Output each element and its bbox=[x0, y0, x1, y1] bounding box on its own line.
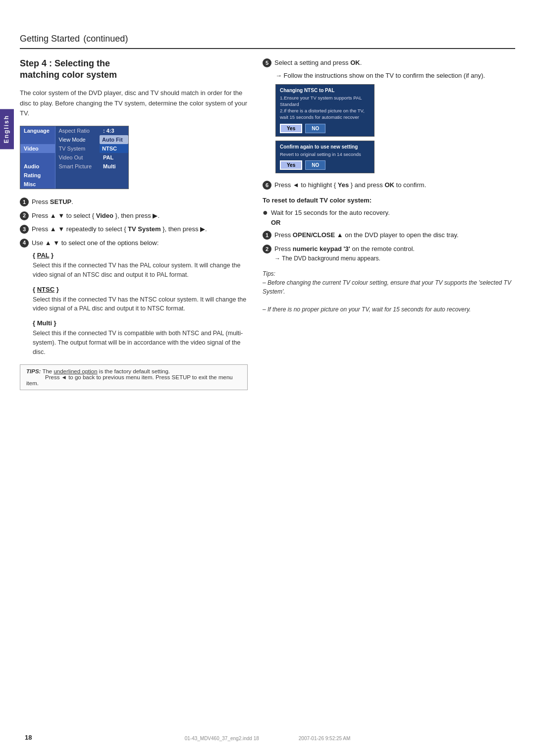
menu-left-language: Language bbox=[20, 126, 55, 135]
menu-value-smartpic: Multi bbox=[100, 162, 128, 171]
dialog1-no-button[interactable]: NO bbox=[305, 124, 325, 133]
step-3-circle: 3 bbox=[20, 225, 29, 234]
dialog1-yes-button[interactable]: Yes bbox=[280, 124, 302, 133]
dialog1-title: Changing NTSC to PAL bbox=[280, 88, 370, 93]
menu-row-4: Video Out PAL bbox=[20, 153, 128, 162]
dialog2-no-button[interactable]: NO bbox=[305, 160, 325, 170]
left-step-2: 2 Press ▲ ▼ to select { Video }, then pr… bbox=[20, 211, 248, 221]
pal-desc: Select this if the connected TV has the … bbox=[33, 261, 248, 280]
left-step-3: 3 Press ▲ ▼ repeatedly to select { TV Sy… bbox=[20, 224, 248, 234]
multi-option: { Multi } Select this if the connected T… bbox=[33, 319, 248, 356]
reset-step-1: 1 Press OPEN/CLOSE ▲ on the DVD player t… bbox=[263, 230, 515, 240]
reset-1-text: Press OPEN/CLOSE ▲ on the DVD player to … bbox=[274, 230, 515, 240]
tips-line2: Press ◄ to go back to previous menu item… bbox=[26, 374, 233, 386]
dialog1-line1: 1.Ensure your TV system supports PAL Sta… bbox=[280, 95, 362, 107]
menu-label-smartpic: Smart Picture bbox=[55, 162, 100, 171]
tips-italic-line3: – If there is no proper picture on your … bbox=[263, 306, 471, 313]
reset-1-circle: 1 bbox=[263, 231, 271, 240]
menu-label-empty1 bbox=[55, 171, 100, 180]
menu-value-viewmode: Auto Fit bbox=[100, 135, 128, 144]
tips-box: TIPS: The underlined option is the facto… bbox=[20, 364, 248, 390]
left-step-1: 1 Press SETUP. bbox=[20, 197, 248, 207]
menu-value-empty2 bbox=[100, 180, 128, 189]
step-5-circle: 5 bbox=[263, 58, 271, 67]
step-6-text: Press ◄ to highlight { Yes } and press O… bbox=[274, 180, 515, 190]
ntsc-desc: Select this if the connected TV has the … bbox=[33, 295, 248, 314]
step-4-circle: 4 bbox=[20, 239, 29, 248]
tips-italic-label: Tips: bbox=[263, 270, 275, 277]
side-tab-label: English bbox=[3, 115, 10, 143]
menu-value-tvsystem: NTSC bbox=[100, 144, 128, 153]
pal-title: { PAL } bbox=[33, 252, 248, 259]
menu-label-aspect: Aspect Ratio bbox=[55, 126, 100, 135]
menu-label-empty2 bbox=[55, 180, 100, 189]
reset-2-text: Press numeric keypad '3' on the remote c… bbox=[274, 244, 515, 263]
step-1-text: Press SETUP. bbox=[32, 197, 248, 207]
ntsc-title: { NTSC } bbox=[33, 286, 248, 293]
menu-table: Language Aspect Ratio : 4:3 View Mode Au… bbox=[20, 126, 128, 189]
pal-label: PAL bbox=[37, 252, 50, 259]
ntsc-option: { NTSC } Select this if the connected TV… bbox=[33, 286, 248, 314]
step-2-circle: 2 bbox=[20, 211, 29, 220]
reset-bullet-wait: ● Wait for 15 seconds for the auto recov… bbox=[263, 208, 515, 227]
step-6-circle: 6 bbox=[263, 181, 271, 190]
dialog-box-1: Changing NTSC to PAL 1.Ensure your TV sy… bbox=[275, 84, 374, 137]
menu-label-videoout: Video Out bbox=[55, 153, 100, 162]
main-content: Getting Started (continued) Step 4 : Sel… bbox=[20, 0, 515, 410]
step-4-text: Use ▲ ▼ to select one of the options bel… bbox=[32, 238, 248, 248]
tips-italic-line2: – Before changing the current TV colour … bbox=[263, 279, 511, 295]
step-2-text: Press ▲ ▼ to select { Video }, then pres… bbox=[32, 211, 248, 221]
tips-italic: Tips: – Before changing the current TV c… bbox=[263, 269, 515, 314]
dialog2-title: Confirm again to use new setting bbox=[280, 144, 370, 150]
menu-left-audio: Audio bbox=[20, 162, 55, 171]
menu-row-3: Video TV System NTSC bbox=[20, 144, 128, 153]
left-steps-list: 1 Press SETUP. 2 Press ▲ ▼ to select { V… bbox=[20, 197, 248, 248]
reset-step-2: 2 Press numeric keypad '3' on the remote… bbox=[263, 244, 515, 263]
dialog2-line1: Revert to original setting in 14 seconds bbox=[280, 151, 361, 157]
intro-text: The color system of the DVD player, disc… bbox=[20, 88, 248, 119]
menu-screenshot: Language Aspect Ratio : 4:3 View Mode Au… bbox=[20, 126, 129, 189]
step-heading: Step 4 : Selecting the matching color sy… bbox=[20, 58, 248, 81]
left-step-4: 4 Use ▲ ▼ to select one of the options b… bbox=[20, 238, 248, 248]
page-header: Getting Started (continued) bbox=[20, 30, 515, 49]
reset-heading: To reset to default TV color system: bbox=[263, 197, 515, 204]
right-step-5: 5 Select a setting and press OK. bbox=[263, 58, 515, 68]
right-column: 5 Select a setting and press OK. → Follo… bbox=[263, 58, 515, 314]
pal-option: { PAL } Select this if the connected TV … bbox=[33, 252, 248, 280]
menu-left-video: Video bbox=[20, 144, 55, 153]
footer-left: 01-43_MDV460_37_eng2.indd 18 bbox=[185, 736, 259, 741]
menu-value-videoout: PAL bbox=[100, 153, 128, 162]
dialog2-yes-button[interactable]: Yes bbox=[280, 160, 302, 170]
page-number: 18 bbox=[25, 734, 32, 741]
two-column-layout: Step 4 : Selecting the matching color sy… bbox=[20, 58, 515, 390]
left-column: Step 4 : Selecting the matching color sy… bbox=[20, 58, 248, 390]
menu-value-aspect: : 4:3 bbox=[100, 126, 128, 135]
ntsc-label: NTSC bbox=[37, 286, 54, 293]
side-tab-english: English bbox=[0, 109, 14, 149]
menu-row-5: Audio Smart Picture Multi bbox=[20, 162, 128, 171]
multi-desc: Select this if the connected TV is compa… bbox=[33, 329, 248, 356]
step-5-sub: → Follow the instructions show on the TV… bbox=[275, 72, 515, 79]
menu-label-viewmode: View Mode bbox=[55, 135, 100, 144]
multi-title: { Multi } bbox=[33, 319, 248, 327]
menu-label-tvsystem: TV System bbox=[55, 144, 100, 153]
footer-right: 2007-01-26 9:52:25 AM bbox=[299, 736, 351, 741]
menu-left-misc: Misc bbox=[20, 180, 55, 189]
menu-left-rating: Rating bbox=[20, 171, 55, 180]
reset-wait-text: Wait for 15 seconds for the auto recover… bbox=[271, 208, 390, 227]
menu-row-7: Misc bbox=[20, 180, 128, 189]
step-5-text: Select a setting and press OK. bbox=[274, 58, 515, 68]
menu-row-1: Language Aspect Ratio : 4:3 bbox=[20, 126, 128, 135]
step-1-circle: 1 bbox=[20, 198, 29, 206]
menu-left-empty1 bbox=[20, 135, 55, 144]
bullet-dot: ● bbox=[263, 208, 268, 217]
dialog1-body: 1.Ensure your TV system supports PAL Sta… bbox=[280, 95, 370, 121]
menu-value-empty1 bbox=[100, 171, 128, 180]
menu-left-empty2 bbox=[20, 153, 55, 162]
dialog1-line2: 2.If there is a distorted picture on the… bbox=[280, 108, 365, 120]
right-step-6: 6 Press ◄ to highlight { Yes } and press… bbox=[263, 180, 515, 190]
tips-label: TIPS: bbox=[26, 368, 41, 374]
page-container: English Getting Started (continued) Step… bbox=[0, 0, 535, 756]
reset-2-circle: 2 bbox=[263, 245, 271, 253]
footer-info: 01-43_MDV460_37_eng2.indd 18 2007-01-26 … bbox=[185, 736, 351, 741]
